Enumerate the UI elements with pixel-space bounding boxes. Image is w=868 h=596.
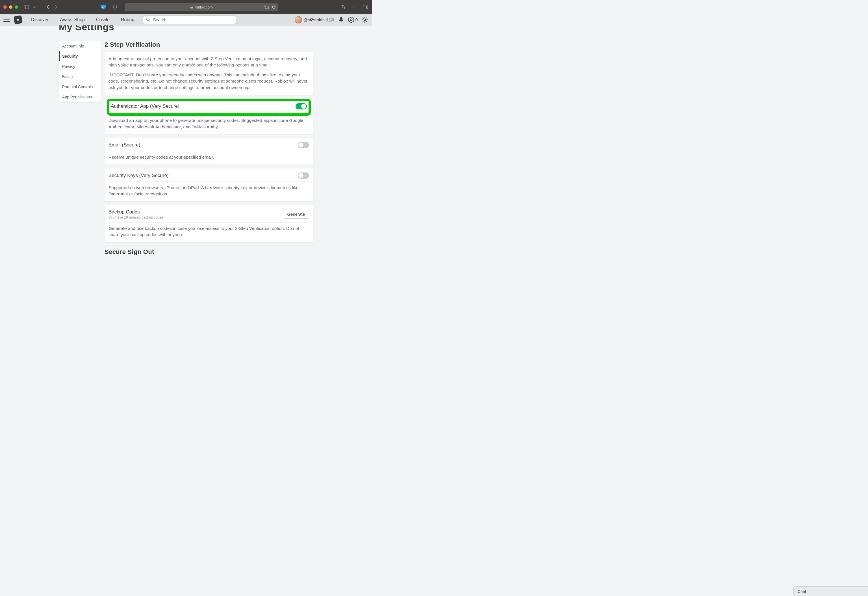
section-title-secure-signout: Secure Sign Out [105,248,313,255]
privacy-report-icon[interactable] [112,4,118,10]
svg-text:文: 文 [266,6,269,9]
intro-paragraph-2: IMPORTANT: Don't share your security cod… [108,72,309,91]
robux-icon [348,17,354,23]
option-email-toggle[interactable] [298,142,309,148]
option-authenticator-card: Authenticator App (Very Secure) Download… [105,99,313,134]
page-title: My Settings [59,25,313,33]
notifications-bell-icon[interactable] [337,16,345,24]
sidebar-item-account-info[interactable]: Account Info [59,41,100,51]
svg-point-12 [350,19,352,21]
sidebar-item-app-permissions[interactable]: App Permissions [59,92,100,102]
option-securitykeys-title: Security Keys (Very Secure) [108,173,169,178]
svg-rect-8 [363,6,367,9]
reload-icon[interactable] [272,5,276,9]
option-securitykeys-card: Security Keys (Very Secure) Supported on… [105,169,313,201]
browser-chrome: roblox.com A文 [0,0,372,14]
lock-icon [190,5,193,9]
url-bar[interactable]: roblox.com A文 [125,3,278,11]
roblox-logo-icon[interactable] [13,15,23,24]
search-icon [146,18,151,22]
option-backup-title: Backup Codes [108,209,164,215]
search-box[interactable] [143,16,236,24]
option-securitykeys-toggle[interactable] [298,173,309,179]
svg-line-10 [149,20,150,22]
option-backup-desc: Generate and use backup codes in case yo… [108,225,309,238]
option-securitykeys-desc: Supported on web browsers, iPhone, and i… [108,185,309,197]
svg-rect-0 [24,5,29,9]
tab-group-dropdown-icon[interactable] [31,4,37,10]
share-icon[interactable] [340,4,346,10]
url-host-text: roblox.com [195,5,213,9]
robux-balance[interactable]: 0 [348,17,358,23]
intro-paragraph-1: Add an extra layer of protection to your… [108,56,309,68]
search-input[interactable] [153,17,233,22]
sidebar-item-parental-controls[interactable]: Parental Controls [59,82,100,92]
window-minimize-button[interactable] [9,5,12,9]
settings-sidebar: Account Info Security Privacy Billing Pa… [59,41,100,102]
option-email-title: Email (Secure) [108,142,140,148]
highlight-box: Authenticator App (Very Secure) [107,99,311,115]
generate-button[interactable]: Generate [283,210,309,219]
privacy-shield-icon[interactable] [100,4,106,10]
option-authenticator-desc: Download an app on your phone to generat… [108,117,309,130]
option-authenticator-title: Authenticator App (Very Secure) [111,104,179,109]
user-handle[interactable]: @ai2stable [304,18,325,22]
back-button-icon[interactable] [45,4,51,10]
sidebar-item-security[interactable]: Security [59,51,100,61]
option-email-card: Email (Secure) Receive unique security c… [105,138,313,164]
svg-text:A: A [264,6,265,7]
svg-rect-3 [190,7,193,9]
nav-link-discover[interactable]: Discover [27,17,53,22]
option-email-desc: Receive unique security codes at your sp… [108,154,309,160]
sidebar-toggle-icon[interactable] [23,4,30,10]
svg-point-13 [364,19,366,21]
site-top-nav: Discover Avatar Shop Create Robux @ai2st… [0,14,372,25]
forward-button-icon [53,4,59,10]
nav-link-robux[interactable]: Robux [117,17,139,22]
translate-icon[interactable]: A文 [263,5,269,9]
window-maximize-button[interactable] [15,5,18,9]
nav-link-create[interactable]: Create [92,17,114,22]
option-backup-card: Backup Codes You have 10 unused backup c… [105,205,313,242]
nav-link-avatar-shop[interactable]: Avatar Shop [55,17,89,22]
robux-count: 0 [356,17,358,22]
settings-gear-icon[interactable] [361,16,368,24]
option-authenticator-toggle[interactable] [295,103,307,109]
new-tab-icon[interactable] [351,4,357,10]
intro-card: Add an extra layer of protection to your… [105,52,313,95]
sidebar-item-privacy[interactable]: Privacy [59,61,100,71]
sidebar-item-billing[interactable]: Billing [59,71,100,82]
window-traffic-lights [3,5,18,9]
menu-hamburger-icon[interactable] [3,16,10,23]
settings-main: 2 Step Verification Add an extra layer o… [105,41,313,255]
option-backup-subtext: You have 10 unused backup codes. [108,216,164,219]
tab-overview-icon[interactable] [362,4,368,10]
svg-point-9 [147,18,149,21]
age-badge: 13+ [326,18,334,22]
svg-marker-11 [349,17,354,23]
window-close-button[interactable] [3,5,7,9]
user-avatar-icon[interactable] [295,16,302,24]
section-title-2sv: 2 Step Verification [105,41,313,48]
